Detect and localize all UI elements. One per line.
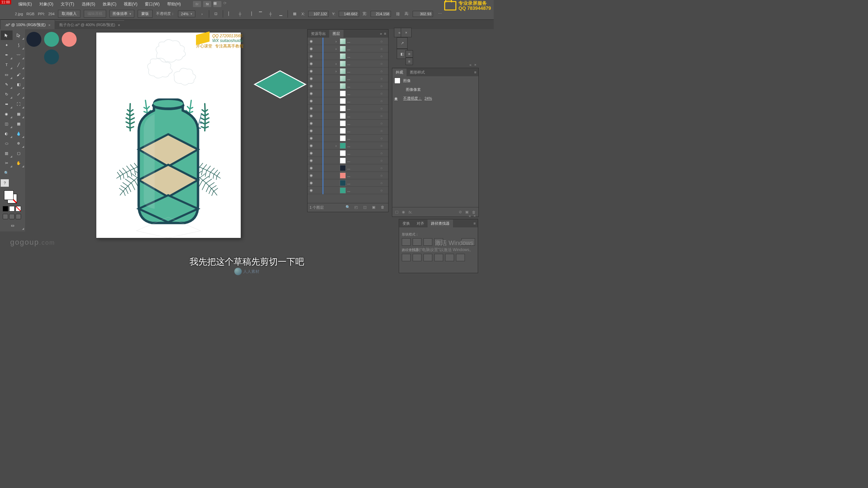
color-mode-solid[interactable] xyxy=(3,206,8,211)
target-icon[interactable]: ○ xyxy=(378,144,385,148)
cancel-embed-button[interactable]: 取消嵌入 xyxy=(58,10,80,18)
layer-row[interactable]: ◉ › ... ○ xyxy=(308,60,388,67)
align-top-icon[interactable]: ▔ xyxy=(257,11,264,17)
tab-doc1[interactable]: .ai* @ 100% (RGB/预览)× xyxy=(1,20,55,29)
visibility-icon[interactable]: ◉ xyxy=(308,46,315,51)
sync-icon[interactable]: ⟳ xyxy=(223,1,232,7)
expand-icon[interactable]: › xyxy=(334,144,338,148)
expand-icon[interactable]: › xyxy=(334,39,338,43)
menu-select[interactable]: 选择(S) xyxy=(78,0,99,8)
visibility-icon[interactable]: ◉ xyxy=(308,166,315,170)
properties-dock-icon[interactable]: ↗ xyxy=(397,37,408,49)
draw-behind[interactable] xyxy=(9,214,15,219)
floating-shape[interactable] xyxy=(253,69,307,100)
slice-tool[interactable]: ✂ xyxy=(1,158,13,168)
pen-tool[interactable]: ✒ xyxy=(1,50,13,60)
target-icon[interactable]: ○ xyxy=(378,84,385,88)
layer-row[interactable]: ◉ › ... ○ xyxy=(308,38,388,45)
visibility-icon[interactable]: ◉ xyxy=(308,106,315,110)
close-icon[interactable]: × xyxy=(48,23,51,27)
tab-pathfinder[interactable]: 路径查找器 xyxy=(428,220,453,227)
visibility-icon[interactable]: ◉ xyxy=(308,128,315,133)
target-icon[interactable]: ○ xyxy=(378,174,385,178)
visibility-icon[interactable]: ◉ xyxy=(308,39,315,43)
chevron-right-icon[interactable]: › xyxy=(199,11,205,17)
menu-text[interactable]: 文字(T) xyxy=(57,0,77,8)
layer-row[interactable]: ◉ ... ○ xyxy=(308,127,388,135)
target-icon[interactable]: ○ xyxy=(378,106,385,110)
target-icon[interactable]: ○ xyxy=(378,92,385,96)
opacity-dropdown[interactable]: 24% xyxy=(178,11,195,17)
swatch-2[interactable] xyxy=(44,32,59,47)
layer-row[interactable]: ◉ ... ○ xyxy=(308,120,388,127)
appear-row-opacity[interactable]: ◉ 不透明度： 24% xyxy=(392,94,478,103)
eyedropper-tool[interactable]: 💧 xyxy=(13,129,25,138)
gradient-tool[interactable]: ◐ xyxy=(1,129,13,138)
curvature-tool[interactable]: 〰 xyxy=(13,50,25,60)
draw-normal[interactable] xyxy=(3,214,8,219)
visibility-icon[interactable]: ◉ xyxy=(308,151,315,155)
fx-icon[interactable]: fx. xyxy=(409,210,413,214)
target-icon[interactable]: ○ xyxy=(378,47,385,51)
w-field[interactable]: 214.158 xyxy=(371,11,391,17)
menu-object[interactable]: 对象(O) xyxy=(36,0,57,8)
layer-row[interactable]: ◉ ... ○ xyxy=(308,187,388,194)
color-mode-gradient[interactable] xyxy=(9,206,15,211)
layer-row[interactable]: ◉ ... ○ xyxy=(308,149,388,157)
visibility-icon[interactable]: ◉ xyxy=(308,173,315,178)
close-icon[interactable]: × xyxy=(474,214,476,218)
visibility-icon[interactable]: ◉ xyxy=(308,181,315,185)
mask-button[interactable]: 蒙版 xyxy=(138,10,153,18)
dock-btn-a[interactable]: ≡ xyxy=(406,50,413,58)
hand-tool[interactable]: ✋ xyxy=(13,158,25,168)
width-tool[interactable]: ⬌ xyxy=(1,99,13,109)
clip-mask-icon[interactable]: ◰ xyxy=(354,205,360,210)
screen-mode-button[interactable]: ▭ xyxy=(1,221,24,230)
live-paint-tool[interactable]: ▦ xyxy=(13,109,25,119)
target-icon[interactable]: ○ xyxy=(378,62,385,66)
tab-doc2[interactable]: 瓶子办公.ai* @ 400% (RGB/预览)× xyxy=(55,20,124,29)
close-icon[interactable]: × xyxy=(474,63,476,67)
scale-tool[interactable]: ⤢ xyxy=(13,89,25,99)
target-icon[interactable]: ○ xyxy=(378,159,385,163)
color-picker[interactable] xyxy=(1,188,24,205)
artboard-tool[interactable]: ▢ xyxy=(13,148,25,158)
visibility-icon[interactable]: ◉ xyxy=(308,54,315,58)
target-icon[interactable]: ○ xyxy=(378,188,385,192)
layer-row[interactable]: ◉ ... ○ xyxy=(308,157,388,164)
panel-menu-icon[interactable]: ≡ xyxy=(384,32,386,36)
visibility-icon[interactable]: ◉ xyxy=(308,91,315,96)
tab-appearance[interactable]: 外观 xyxy=(392,68,407,76)
arrange-icon[interactable]: ▦ xyxy=(213,1,221,7)
direct-selection-tool[interactable] xyxy=(13,30,25,40)
target-icon[interactable]: ○ xyxy=(378,166,385,170)
perspective-tool[interactable]: ◫ xyxy=(1,119,13,128)
unite-button[interactable] xyxy=(402,238,411,246)
mesh-tool[interactable]: ▩ xyxy=(13,119,25,128)
bridge-icon[interactable]: Br xyxy=(193,1,201,7)
y-field[interactable]: 148.682 xyxy=(339,11,359,17)
tab-graphic-styles[interactable]: 图形样式 xyxy=(407,68,428,76)
magic-wand-tool[interactable]: ✦ xyxy=(1,40,13,50)
type-tool[interactable]: T xyxy=(1,60,13,69)
menu-window[interactable]: 窗口(W) xyxy=(141,0,163,8)
tab-layers[interactable]: 图层 xyxy=(329,30,343,38)
visibility-icon[interactable]: ◉ xyxy=(308,69,315,73)
layer-row[interactable]: ◉ › ... ○ xyxy=(308,67,388,75)
layer-row[interactable]: ◉ ... ○ xyxy=(308,164,388,172)
new-layer-icon[interactable]: ▣ xyxy=(372,205,377,210)
link-wh-icon[interactable]: ⛓ xyxy=(394,11,401,17)
expand-icon[interactable]: › xyxy=(334,47,338,51)
target-icon[interactable]: ○ xyxy=(378,181,385,185)
visibility-icon[interactable]: ◉ xyxy=(308,143,315,148)
new-sublayer-icon[interactable]: ◫ xyxy=(363,205,369,210)
free-transform-tool[interactable]: ⛶ xyxy=(13,99,25,109)
dock-close-1[interactable]: × xyxy=(401,28,412,37)
layer-row[interactable]: ◉ › ... ○ xyxy=(308,45,388,53)
dock-btn-b[interactable]: ≡ xyxy=(406,58,413,65)
tab-transform[interactable]: 变换 xyxy=(399,220,413,227)
target-icon[interactable]: ○ xyxy=(378,39,385,43)
target-icon[interactable]: ○ xyxy=(378,54,385,58)
dup-icon[interactable]: ▣ xyxy=(465,210,469,214)
close-icon[interactable]: × xyxy=(118,23,120,27)
